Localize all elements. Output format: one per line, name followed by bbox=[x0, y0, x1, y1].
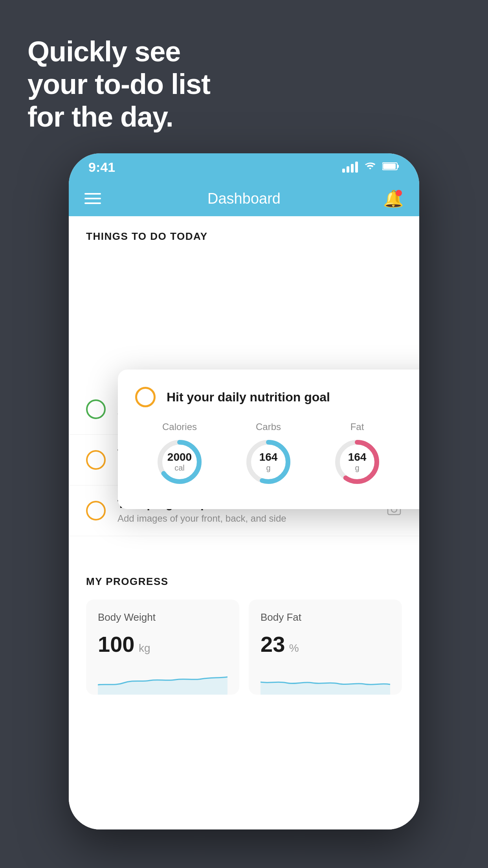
body-weight-chart bbox=[98, 663, 227, 695]
carbs-donut: 164 g bbox=[243, 436, 294, 487]
progress-cards: Body Weight 100 kg Body Fat bbox=[86, 600, 402, 695]
nutrition-goal-card: Hit your daily nutrition goal Calories 2… bbox=[118, 370, 419, 509]
nutrition-carbs: Carbs 164 g bbox=[243, 421, 294, 487]
battery-icon bbox=[382, 161, 400, 173]
body-fat-chart bbox=[261, 663, 390, 695]
nutrition-row: Calories 2000 cal Carbs bbox=[135, 421, 419, 489]
headline: Quickly see your to-do list for the day. bbox=[28, 35, 210, 133]
my-progress-title: MY PROGRESS bbox=[86, 576, 402, 588]
body-fat-unit: % bbox=[289, 642, 299, 654]
nav-title: Dashboard bbox=[207, 190, 281, 207]
status-time: 9:41 bbox=[88, 160, 115, 175]
nutrition-calories: Calories 2000 cal bbox=[154, 421, 205, 487]
wifi-icon bbox=[363, 161, 377, 174]
body-fat-value: 23 bbox=[261, 632, 285, 657]
calories-value: 2000 bbox=[167, 451, 192, 463]
running-circle bbox=[86, 399, 106, 419]
svg-rect-2 bbox=[383, 164, 396, 169]
menu-button[interactable] bbox=[84, 193, 101, 204]
body-weight-value: 100 bbox=[98, 632, 134, 657]
fat-value: 164 bbox=[348, 451, 367, 463]
svg-rect-1 bbox=[397, 165, 399, 168]
carbs-label: Carbs bbox=[256, 421, 281, 432]
body-weight-title: Body Weight bbox=[98, 611, 227, 623]
progress-photos-circle bbox=[86, 501, 106, 520]
nav-bar: Dashboard 🔔 bbox=[69, 181, 419, 216]
goal-row: Hit your daily nutrition goal bbox=[135, 387, 419, 407]
goal-text: Hit your daily nutrition goal bbox=[167, 390, 330, 405]
notification-button[interactable]: 🔔 bbox=[383, 188, 404, 209]
calories-unit: cal bbox=[174, 463, 185, 472]
nutrition-fat: Fat 164 g bbox=[332, 421, 383, 487]
status-bar: 9:41 bbox=[69, 153, 419, 181]
body-stats-circle bbox=[86, 450, 106, 470]
phone-mockup: 9:41 bbox=[69, 153, 419, 829]
fat-donut: 164 g bbox=[332, 436, 383, 487]
goal-circle bbox=[135, 387, 156, 407]
carbs-value: 164 bbox=[259, 451, 278, 463]
body-weight-card[interactable]: Body Weight 100 kg bbox=[86, 600, 239, 695]
calories-label: Calories bbox=[162, 421, 197, 432]
fat-unit: g bbox=[355, 463, 359, 472]
body-fat-value-row: 23 % bbox=[261, 631, 390, 657]
carbs-unit: g bbox=[266, 463, 270, 472]
body-weight-value-row: 100 kg bbox=[98, 631, 227, 657]
content-area: THINGS TO DO TODAY Hit your daily nutrit… bbox=[69, 216, 419, 829]
body-fat-title: Body Fat bbox=[261, 611, 390, 623]
things-today-header: THINGS TO DO TODAY bbox=[69, 216, 419, 250]
notification-dot bbox=[396, 190, 402, 196]
body-fat-card[interactable]: Body Fat 23 % bbox=[249, 600, 402, 695]
progress-photos-subtitle: Add images of your front, back, and side bbox=[117, 513, 386, 524]
signal-icon bbox=[342, 162, 358, 173]
my-progress-section: MY PROGRESS Body Weight 100 kg bbox=[69, 560, 419, 702]
body-weight-unit: kg bbox=[139, 642, 150, 654]
fat-label: Fat bbox=[350, 421, 364, 432]
status-icons bbox=[342, 161, 400, 174]
calories-donut: 2000 cal bbox=[154, 436, 205, 487]
